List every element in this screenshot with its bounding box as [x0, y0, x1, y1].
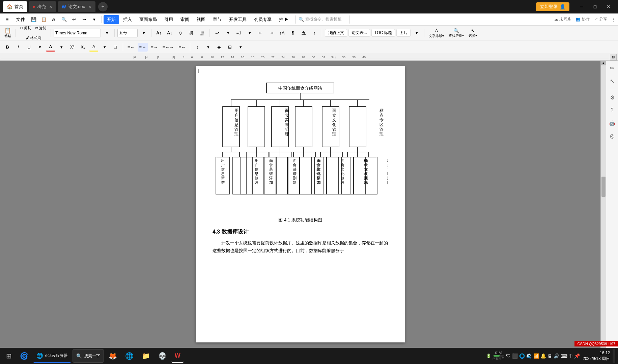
menu-pagelayout[interactable]: 页面布局 — [136, 15, 160, 24]
menu-devtools[interactable]: 开发工具 — [226, 15, 250, 24]
wubi-button[interactable]: 五 — [299, 28, 308, 38]
menu-zoom[interactable]: 🔍 — [59, 15, 69, 24]
notification-area[interactable] — [613, 349, 615, 363]
scrollbar[interactable]: ▲ ▼ — [600, 61, 606, 348]
style-preset-4[interactable]: 图片 — [396, 29, 411, 37]
taskbar-app-skull[interactable]: 💀 — [155, 349, 170, 363]
highlight-dropdown[interactable]: ▾ — [100, 43, 109, 52]
doc-scroll-area[interactable]: 中国传统面食介绍网站 — [5, 61, 595, 348]
tab-caoyun-close[interactable]: ✕ — [49, 5, 52, 9]
taskbar-search[interactable]: 🔍 搜索一下 — [73, 349, 104, 363]
menu-references[interactable]: 引用 — [161, 15, 176, 24]
bold-button[interactable]: B — [3, 43, 12, 52]
font-color-button[interactable]: A — [46, 43, 55, 52]
font-family-input[interactable] — [54, 29, 101, 37]
scroll-thumb[interactable] — [601, 177, 606, 197]
menu-undo-dropdown[interactable]: ▾ — [90, 15, 99, 24]
taskbar-app-wps[interactable]: W — [171, 349, 184, 363]
highlight-button[interactable]: A — [89, 43, 99, 52]
taskbar-app-firefox[interactable]: 🦊 — [105, 349, 120, 363]
menu-vip[interactable]: 会员专享 — [251, 15, 275, 24]
menu-new[interactable]: 📋 — [39, 15, 49, 24]
phonetic-button[interactable]: 拼 — [187, 28, 196, 38]
spacing-button[interactable]: ↕ — [310, 28, 319, 38]
menu-redo[interactable]: ↪ — [80, 15, 89, 24]
add-tab-button[interactable]: + — [98, 2, 108, 11]
style-preset-3[interactable]: TOC 标题 — [371, 29, 395, 37]
menu-chapter[interactable]: 章节 — [209, 15, 225, 24]
taskbar-app-ie[interactable]: 🌐 — [122, 349, 137, 363]
copy-button[interactable]: ⧉ 复制 — [34, 23, 48, 33]
edit-icon[interactable]: ✏ — [608, 63, 617, 73]
cursor-icon[interactable]: ↖ — [608, 76, 617, 86]
tab-home[interactable]: 🏠 首页 — [3, 1, 27, 12]
menu-file[interactable]: 文件 — [13, 15, 28, 24]
border-dropdown[interactable]: ▾ — [236, 43, 246, 52]
text-layout-button[interactable]: Ａ 文字排版▾ — [427, 27, 446, 39]
scroll-up[interactable]: ▲ — [601, 61, 606, 65]
tab-doc[interactable]: W 论文.doc ✕ — [58, 1, 95, 12]
more-btn[interactable]: ⋮ — [611, 17, 615, 22]
tab-doc-close[interactable]: ✕ — [88, 5, 91, 9]
taskbar-app-files[interactable]: 📁 — [138, 349, 153, 363]
menu-undo[interactable]: ↩ — [69, 15, 79, 24]
login-button[interactable]: 立即登录 👤 — [536, 2, 569, 11]
indent-increase[interactable]: ⇥ — [266, 28, 276, 38]
line-spacing-dropdown[interactable]: ▾ — [204, 43, 213, 52]
align-justify[interactable]: ≡↔↔ — [161, 43, 176, 52]
char-shading-button[interactable]: ▒ — [197, 28, 207, 38]
font-size-input[interactable] — [117, 29, 138, 37]
superscript-button[interactable]: X² — [67, 43, 77, 52]
format-painter-button[interactable]: 🖌 格式刷 — [24, 33, 43, 42]
location-icon[interactable]: ◎ — [608, 131, 617, 141]
collaborate-btn[interactable]: 👥 协作 — [575, 17, 590, 22]
ruler-corner[interactable]: ⊡ — [610, 54, 617, 61]
maximize-button[interactable]: □ — [588, 1, 602, 12]
list-dropdown2[interactable]: ▾ — [245, 28, 254, 38]
select-button[interactable]: ↖ 选择▾ — [467, 27, 479, 39]
minimize-button[interactable]: ─ — [575, 1, 588, 12]
menu-save[interactable]: 💾 — [29, 15, 38, 24]
list-ordered[interactable]: ≡1 — [234, 28, 244, 38]
menu-review[interactable]: 审阅 — [177, 15, 193, 24]
scroll-track[interactable] — [601, 65, 606, 343]
taskbar-ecs[interactable]: 🌐 ecs云服务器 — [33, 349, 71, 363]
menu-hamburger[interactable]: ≡ — [3, 16, 12, 23]
list-dropdown1[interactable]: ▾ — [223, 28, 233, 38]
indent-decrease[interactable]: ⇤ — [256, 28, 265, 38]
font-increase-button[interactable]: A↑ — [154, 28, 164, 38]
tab-caoyun[interactable]: ● 稿壳 ✕ — [29, 1, 56, 12]
sort-button[interactable]: ↕A — [277, 28, 287, 38]
list-unordered[interactable]: ≡• — [213, 28, 222, 38]
clock[interactable]: 16:12 2022/9/18 周日 — [583, 350, 610, 362]
line-spacing-button[interactable]: ↕ — [193, 43, 202, 52]
menu-more[interactable]: 推 ▶ — [276, 15, 292, 24]
align-center[interactable]: ≡↔ — [138, 43, 148, 52]
find-replace-button[interactable]: 🔍 查找替换▾ — [447, 27, 466, 39]
sync-status[interactable]: ☁ 未同步 — [554, 17, 571, 22]
menu-insert[interactable]: 插入 — [120, 15, 135, 24]
close-button[interactable]: ✕ — [602, 1, 615, 12]
menu-start[interactable]: 开始 — [104, 15, 119, 24]
menu-view[interactable]: 视图 — [193, 15, 209, 24]
clear-format-button[interactable]: ◇ — [176, 28, 185, 38]
paste-button[interactable]: 📋 粘贴 — [3, 27, 13, 39]
taskbar-app-1[interactable]: 🌀 — [17, 349, 32, 363]
font-size-dropdown[interactable]: ▾ — [139, 28, 148, 38]
help-icon[interactable]: ? — [608, 105, 617, 115]
font-family-dropdown[interactable]: ▾ — [102, 28, 112, 38]
align-left[interactable]: ≡← — [126, 43, 136, 52]
menu-print[interactable]: 🖨 — [49, 15, 59, 24]
font-decrease-button[interactable]: A↓ — [165, 28, 174, 38]
ai-icon[interactable]: 🤖 — [608, 118, 617, 128]
font-color-dropdown[interactable]: ▾ — [57, 43, 66, 52]
cut-button[interactable]: ✂ 剪切 — [19, 23, 33, 33]
subscript-button[interactable]: X₂ — [78, 43, 88, 52]
start-button[interactable]: ⊞ — [3, 349, 15, 363]
border-button[interactable]: □ — [111, 43, 120, 52]
share-btn[interactable]: ↗ 分享 — [594, 17, 607, 22]
border-all-button[interactable]: ⊞ — [225, 43, 235, 52]
search-command[interactable]: 🔍 查找命令、搜索模板 — [296, 15, 349, 24]
distributed[interactable]: ≡↔ — [177, 43, 187, 52]
shading-button[interactable]: ◈ — [215, 43, 224, 52]
